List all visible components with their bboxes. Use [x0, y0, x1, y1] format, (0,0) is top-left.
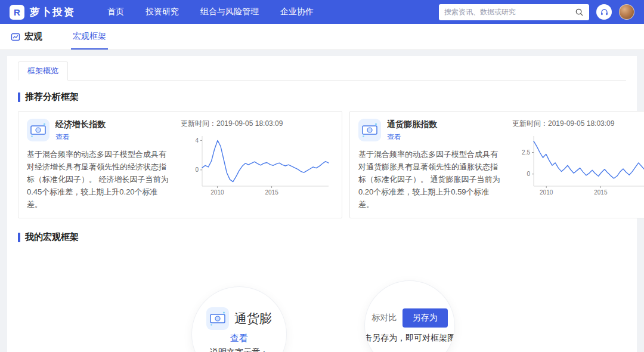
card-economic-growth[interactable]: 经济增长指数 查看 基于混合频率的动态多因子模型合成具有对经济增长具有显著领先性…	[18, 111, 342, 218]
svg-text:4: 4	[195, 137, 199, 144]
card-left: 经济增长指数 查看 基于混合频率的动态多因子模型合成具有对经济增长具有显著领先性…	[27, 119, 170, 211]
app-name: 萝卜投资	[30, 5, 75, 19]
headset-icon	[600, 8, 609, 17]
nav-right	[439, 4, 634, 20]
view-link[interactable]: 查看	[387, 132, 401, 143]
svg-text:2010: 2010	[210, 189, 224, 196]
svg-text:0: 0	[195, 166, 199, 173]
spot-view-link[interactable]: 查看	[230, 333, 248, 344]
search-input[interactable]	[444, 8, 575, 16]
tutorial-spot-save-as: 标对比 另存为 点击另存为，即可对框架图进	[365, 281, 454, 352]
economic-growth-chart: 0420102015	[184, 131, 333, 198]
banknote-icon	[27, 119, 49, 141]
svg-text:2015: 2015	[265, 189, 278, 196]
search-box[interactable]	[439, 4, 589, 20]
section-title-text: 推荐分析框架	[25, 91, 79, 103]
brand[interactable]: R 萝卜投资	[10, 5, 75, 20]
nav-item-research[interactable]: 投资研究	[145, 4, 179, 20]
card-right: 更新时间：2019-09-05 18:03:09 02.520102015	[501, 119, 644, 211]
app-window: R 萝卜投资 首页 投资研究 组合与风险管理 企业协作	[0, 0, 644, 352]
update-time: 更新时间：2019-09-05 18:03:09	[512, 119, 644, 129]
spot-head: 标对比 另存为	[372, 308, 448, 328]
nav-item-collaboration[interactable]: 企业协作	[280, 4, 314, 20]
nav-item-portfolio-risk[interactable]: 组合与风险管理	[200, 4, 259, 20]
card-head-text: 经济增长指数 查看	[55, 119, 106, 143]
logo-icon: R	[10, 5, 24, 20]
macro-module-icon	[11, 32, 20, 42]
spot-head: 通货膨	[206, 307, 272, 330]
nav-item-home[interactable]: 首页	[107, 4, 124, 20]
card-head: 经济增长指数 查看	[27, 119, 170, 143]
svg-text:2.5: 2.5	[522, 149, 530, 156]
card-description: 基于混合频率的动态多因子模型合成具有对经济增长具有显著领先性的经济状态指标（标准…	[27, 148, 170, 211]
card-inflation[interactable]: 通货膨胀指数 查看 基于混合频率的动态多因子模型合成具有对通货膨胀具有显著领先性…	[349, 111, 644, 218]
inflation-chart: 02.520102015	[516, 131, 644, 198]
section-accent-bar	[18, 92, 20, 102]
top-nav-bar: R 萝卜投资 首页 投资研究 组合与风险管理 企业协作	[0, 0, 644, 24]
card-title: 经济增长指数	[55, 119, 106, 130]
card-title: 通货膨胀指数	[387, 119, 437, 130]
tutorial-spot-framework-card: 通货膨 查看 说明文字示意： 基本面数据	[192, 287, 286, 352]
tab-macro-framework[interactable]: 宏观框架	[71, 24, 108, 50]
svg-text:0: 0	[527, 171, 530, 177]
section-title-text: 我的宏观框架	[25, 231, 79, 243]
update-time: 更新时间：2019-09-05 18:03:09	[181, 119, 333, 129]
content-panel: 框架概览 推荐分析框架	[7, 56, 637, 352]
user-avatar[interactable]	[619, 4, 634, 20]
spot-caption-line1: 说明文字示意：	[210, 347, 268, 352]
search-icon[interactable]	[575, 8, 584, 17]
update-time-value: 2019-09-05 18:03:09	[216, 119, 283, 128]
update-time-value: 2019-09-05 18:03:09	[548, 119, 614, 128]
module-title: 宏观	[24, 31, 42, 42]
banknote-icon	[206, 307, 229, 330]
update-time-label: 更新时间：	[512, 119, 548, 128]
card-head-text: 通货膨胀指数 查看	[387, 119, 437, 143]
breadcrumb-bar: 宏观 宏观框架	[0, 24, 644, 50]
spot-card-title: 通货膨	[234, 310, 272, 327]
card-left: 通货膨胀指数 查看 基于混合频率的动态多因子模型合成具有对通货膨胀具有显著领先性…	[358, 119, 501, 211]
main-nav: 首页 投资研究 组合与风险管理 企业协作	[107, 4, 314, 20]
svg-text:2015: 2015	[594, 189, 608, 196]
card-right: 更新时间：2019-09-05 18:03:09 0420102015	[170, 119, 333, 211]
section-accent-bar	[18, 233, 20, 242]
section-my-frameworks: 我的宏观框架	[18, 231, 626, 243]
tab-framework-overview[interactable]: 框架概览	[18, 61, 68, 81]
card-head: 通货膨胀指数 查看	[358, 119, 501, 143]
tutorial-overlay: 通货膨 查看 说明文字示意： 基本面数据 标对比 另存为 点击另存为，即可对框架…	[18, 251, 626, 352]
view-link[interactable]: 查看	[55, 132, 70, 143]
spot-partial-label: 标对比	[372, 313, 397, 323]
logo-letter: R	[14, 7, 20, 17]
banknote-icon	[358, 119, 381, 141]
svg-text:2010: 2010	[540, 189, 553, 196]
save-as-button[interactable]: 另存为	[402, 308, 448, 328]
framework-cards: 经济增长指数 查看 基于混合频率的动态多因子模型合成具有对经济增长具有显著领先性…	[18, 111, 626, 218]
update-time-label: 更新时间：	[181, 119, 216, 128]
card-description: 基于混合频率的动态多因子模型合成具有对通货膨胀具有显著领先性的通胀状态指标（标准…	[358, 148, 501, 211]
section-recommended-frameworks: 推荐分析框架	[18, 91, 626, 103]
spot-save-as-caption: 点击另存为，即可对框架图进	[365, 333, 454, 344]
support-button[interactable]	[596, 4, 612, 20]
panel-tabs: 框架概览	[18, 61, 626, 81]
module-label: 宏观	[11, 24, 42, 50]
